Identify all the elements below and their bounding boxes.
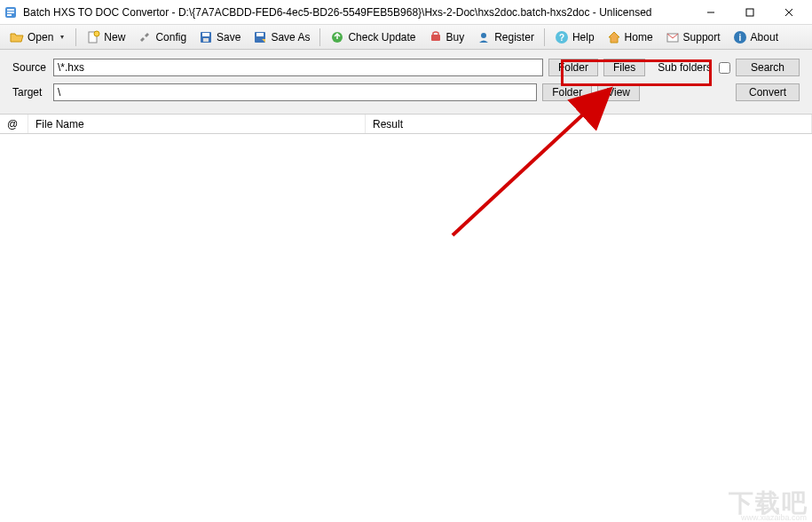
svg-rect-5 (746, 9, 753, 16)
source-input[interactable] (53, 59, 543, 76)
table-header: @ File Name Result (0, 115, 812, 134)
help-icon: ? (555, 30, 569, 44)
support-button[interactable]: Support (659, 27, 727, 48)
folder-open-icon (10, 30, 24, 44)
config-button[interactable]: Config (131, 27, 193, 48)
svg-rect-11 (202, 33, 209, 36)
search-button[interactable]: Search (736, 59, 800, 76)
support-label: Support (683, 31, 721, 44)
toolbar-separator (75, 28, 76, 46)
about-label: About (751, 31, 778, 44)
chevron-down-icon: ▾ (59, 33, 66, 41)
home-icon (607, 30, 621, 44)
save-as-icon (253, 30, 267, 44)
save-button[interactable]: Save (193, 27, 247, 48)
save-icon (199, 30, 213, 44)
table-body[interactable] (0, 134, 812, 507)
source-row: Source Folder Files Sub folders Search (12, 59, 800, 76)
buy-label: Buy (446, 31, 465, 44)
source-files-button[interactable]: Files (603, 59, 645, 76)
col-result[interactable]: Result (366, 115, 812, 133)
form-area: Source Folder Files Sub folders Search T… (0, 50, 812, 115)
register-button[interactable]: Register (470, 27, 540, 48)
source-label: Source (12, 61, 48, 74)
sub-folders-label: Sub folders (658, 61, 712, 74)
target-row: Target Folder View Convert (12, 83, 800, 101)
new-button[interactable]: New (80, 27, 131, 48)
register-label: Register (494, 31, 534, 44)
toolbar: Open ▾ New Config Save Save As Check Upd… (0, 25, 812, 50)
check-update-button[interactable]: Check Update (324, 27, 422, 48)
help-button[interactable]: ? Help (548, 27, 601, 48)
toolbar-separator (544, 28, 545, 46)
support-icon (666, 30, 680, 44)
config-icon (138, 30, 152, 44)
open-button[interactable]: Open ▾ (4, 27, 72, 48)
convert-button[interactable]: Convert (736, 83, 800, 101)
close-button[interactable] (769, 1, 808, 24)
svg-rect-16 (431, 35, 440, 41)
target-view-button[interactable]: View (597, 83, 640, 101)
save-as-button[interactable]: Save As (247, 27, 316, 48)
open-label: Open (28, 31, 53, 44)
svg-text:i: i (738, 33, 741, 43)
register-icon (477, 30, 491, 44)
window-controls (691, 1, 808, 24)
minimize-button[interactable] (691, 1, 730, 24)
target-input[interactable] (53, 83, 537, 101)
maximize-button[interactable] (730, 1, 769, 24)
about-icon: i (733, 30, 747, 44)
svg-rect-14 (256, 33, 264, 36)
svg-point-17 (481, 33, 486, 38)
update-icon (330, 30, 344, 44)
svg-text:?: ? (559, 33, 564, 43)
svg-rect-2 (7, 12, 14, 13)
target-folder-button[interactable]: Folder (542, 83, 592, 101)
sub-folders-checkbox[interactable] (719, 62, 730, 74)
home-button[interactable]: Home (601, 27, 659, 48)
check-update-label: Check Update (348, 31, 415, 44)
help-label: Help (572, 31, 595, 44)
titlebar: Batch HXS TO DOC Convertor - D:\{7A7ACBD… (0, 0, 812, 25)
svg-rect-1 (7, 9, 14, 11)
col-filename[interactable]: File Name (28, 115, 366, 133)
buy-button[interactable]: Buy (422, 27, 471, 48)
col-at[interactable]: @ (0, 115, 28, 133)
app-icon (4, 5, 18, 20)
home-label: Home (625, 31, 653, 44)
new-file-icon (86, 30, 100, 44)
toolbar-separator (319, 28, 320, 46)
target-label: Target (12, 86, 48, 99)
svg-rect-3 (7, 14, 12, 16)
svg-rect-12 (203, 38, 209, 42)
watermark-url: www.xiazaiba.com (741, 513, 807, 522)
about-button[interactable]: i About (727, 27, 784, 48)
save-as-label: Save As (271, 31, 310, 44)
svg-point-9 (94, 31, 99, 36)
config-label: Config (155, 31, 186, 44)
window-title: Batch HXS TO DOC Convertor - D:\{7A7ACBD… (23, 6, 691, 19)
source-folder-button[interactable]: Folder (548, 59, 598, 76)
cart-icon (429, 30, 443, 44)
save-label: Save (217, 31, 240, 44)
new-label: New (104, 31, 125, 44)
